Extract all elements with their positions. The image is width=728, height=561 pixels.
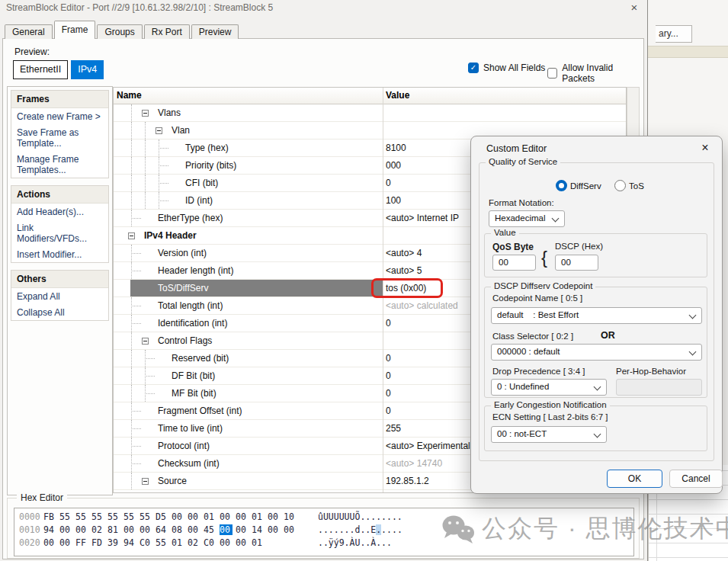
tree-cell-value[interactable]: 100 <box>386 195 401 206</box>
tree-cell-value[interactable]: 0 <box>386 388 391 399</box>
tos-radio[interactable] <box>614 180 626 191</box>
protocol-button-ethernetii[interactable]: EthernetII <box>13 60 68 79</box>
hex-byte[interactable]: 00 <box>59 537 75 548</box>
codepoint-name-select[interactable]: default : Best Effort <box>491 307 702 324</box>
hex-byte[interactable]: 00 <box>172 511 188 522</box>
hex-byte[interactable]: 01 <box>252 537 268 548</box>
hex-byte[interactable]: 00 <box>236 537 252 548</box>
hex-byte[interactable]: 55 <box>91 511 107 522</box>
hex-byte[interactable]: 02 <box>188 537 204 548</box>
tree-cell-value[interactable]: 0 <box>386 353 391 364</box>
hex-byte[interactable]: 00 <box>140 524 156 535</box>
hex-byte[interactable]: 00 <box>123 524 140 535</box>
qos-byte-input[interactable]: 00 <box>492 255 536 271</box>
tab-rx-port[interactable]: Rx Port <box>144 24 190 39</box>
hex-byte[interactable]: 55 <box>123 511 140 522</box>
hex-byte[interactable]: 55 <box>59 511 75 522</box>
hex-byte[interactable]: 01 <box>172 537 188 548</box>
sidebar-item-manage-frame-templates[interactable]: Manage Frame Templates... <box>11 151 108 178</box>
hex-byte[interactable]: 45 <box>204 524 220 535</box>
hex-byte[interactable]: 00 <box>268 524 284 535</box>
hex-byte[interactable]: 00 <box>59 524 75 535</box>
hex-byte[interactable]: 00 <box>220 537 236 548</box>
collapse-expander-icon[interactable] <box>128 232 135 239</box>
tree-cell-value[interactable]: 0 <box>386 178 391 188</box>
diffserv-radio[interactable] <box>556 180 567 191</box>
hex-byte[interactable]: FD <box>91 537 107 548</box>
sidebar-item-create-new-frame[interactable]: Create new Frame > <box>11 108 108 124</box>
sidebar-item-collapse-all[interactable]: Collapse All <box>11 304 108 320</box>
drop-precedence-select[interactable]: 0 : Undefined <box>491 379 607 396</box>
hex-byte[interactable]: 00 <box>188 524 204 535</box>
window-close-icon[interactable]: × <box>627 1 641 14</box>
tree-cell-value[interactable]: 8100 <box>386 143 406 153</box>
tab-frame[interactable]: Frame <box>54 21 96 39</box>
hex-byte[interactable]: 01 <box>204 511 220 522</box>
hex-byte[interactable]: D5 <box>156 511 172 522</box>
hex-byte[interactable]: 55 <box>75 511 91 522</box>
hex-byte[interactable]: 00 <box>75 524 91 535</box>
hex-byte[interactable]: 55 <box>140 511 156 522</box>
hex-byte[interactable]: 81 <box>107 524 123 535</box>
sidebar-item-insert-modifier[interactable]: Insert Modifier... <box>11 246 108 262</box>
hex-byte[interactable]: 10 <box>284 511 300 522</box>
cancel-button[interactable]: Cancel <box>669 470 723 488</box>
tree-row-vlans[interactable]: Vlans <box>114 104 626 122</box>
hex-byte[interactable]: 55 <box>156 537 172 548</box>
tab-general[interactable]: General <box>5 24 53 39</box>
hex-byte[interactable]: FF <box>75 537 91 548</box>
sidebar-item-expand-all[interactable]: Expand All <box>11 288 108 304</box>
hex-byte[interactable]: 08 <box>172 524 188 535</box>
hex-byte[interactable]: 02 <box>91 524 107 535</box>
tree-cell-value[interactable]: <auto> Experimental <box>386 441 470 451</box>
sidebar-item-link-modifiers-vfds[interactable]: Link Modifiers/VFDs... <box>11 220 108 246</box>
hex-byte[interactable]: 94 <box>43 524 59 535</box>
hex-byte[interactable]: 00 <box>236 524 252 535</box>
tree-cell-value[interactable]: <auto> Internet IP <box>386 213 459 223</box>
hex-byte[interactable]: 94 <box>123 537 140 548</box>
hex-byte-selected[interactable]: 00 <box>220 524 233 535</box>
hex-byte[interactable]: 00 <box>284 524 300 535</box>
hex-byte[interactable]: 14 <box>252 524 268 535</box>
hex-byte[interactable]: 00 <box>188 511 204 522</box>
hex-byte[interactable]: 00 <box>268 511 284 522</box>
collapse-expander-icon[interactable] <box>142 110 149 117</box>
hex-byte[interactable]: 55 <box>107 511 123 522</box>
show-all-fields-checkbox[interactable]: ✓ <box>468 63 479 73</box>
tree-cell-value[interactable]: <auto> calculated <box>386 300 458 311</box>
hex-byte[interactable]: 00 <box>236 511 252 522</box>
tree-cell-value[interactable]: 000 <box>386 160 401 171</box>
hex-byte[interactable]: FB <box>43 511 59 522</box>
diffserv-radio-option[interactable]: DiffServ <box>556 180 601 191</box>
hex-byte[interactable]: C0 <box>140 537 156 548</box>
column-header-value[interactable]: Value <box>386 90 409 101</box>
protocol-button-ipv4[interactable]: IPv4 <box>71 60 104 79</box>
allow-invalid-packets-checkbox[interactable] <box>547 68 557 79</box>
tos-radio-option[interactable]: ToS <box>614 180 644 191</box>
column-header-name[interactable]: Name <box>117 90 142 101</box>
hex-byte[interactable]: C0 <box>204 537 220 548</box>
collapse-expander-icon[interactable] <box>142 478 149 485</box>
collapse-expander-icon[interactable] <box>156 127 162 134</box>
hex-byte[interactable]: 39 <box>107 537 123 548</box>
hex-byte[interactable]: 64 <box>156 524 172 535</box>
ok-button[interactable]: OK <box>607 470 662 488</box>
tree-cell-value[interactable]: 0 <box>386 406 391 416</box>
hex-byte[interactable]: 01 <box>252 511 268 522</box>
sidebar-item-add-header-s[interactable]: Add Header(s)... <box>11 204 108 220</box>
background-partial-button[interactable]: ary... <box>656 25 692 43</box>
collapse-expander-icon[interactable] <box>142 338 149 345</box>
tree-cell-value[interactable]: <auto> 5 <box>386 265 422 276</box>
tree-cell-value[interactable]: 192.85.1.2 <box>386 476 429 486</box>
tree-cell-value[interactable]: 0 <box>386 318 391 329</box>
dialog-close-icon[interactable]: × <box>698 141 712 155</box>
hex-byte[interactable]: 00 <box>43 537 59 548</box>
hex-byte[interactable]: 00 <box>220 511 236 522</box>
tree-cell-value[interactable]: <auto> 4 <box>386 248 422 258</box>
format-notation-select[interactable]: Hexadecimal <box>489 210 565 227</box>
tree-cell-value[interactable]: 0 <box>386 370 391 381</box>
sidebar-item-save-frame-as-template[interactable]: Save Frame as Template... <box>11 124 108 151</box>
class-selector-select[interactable]: 000000 : default <box>491 344 702 361</box>
tab-groups[interactable]: Groups <box>97 24 142 39</box>
tree-cell-value[interactable]: 255 <box>386 423 401 434</box>
